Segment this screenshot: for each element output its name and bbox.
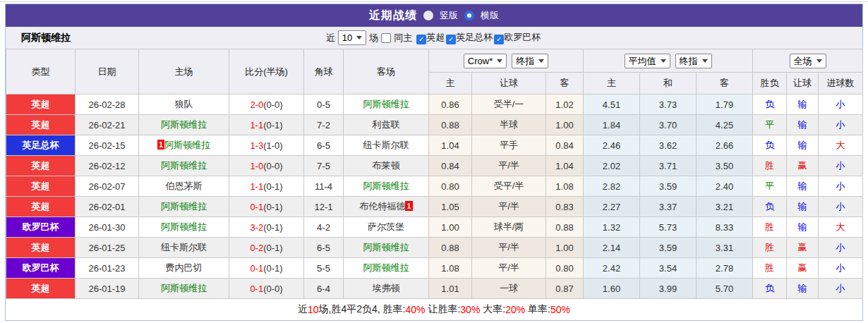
- league-badge: 欧罗巴杯: [6, 217, 76, 238]
- odds-select-group: Crow* 终指: [429, 49, 584, 73]
- match-count-select[interactable]: 10: [338, 30, 366, 45]
- same-home-label: 同主: [394, 32, 412, 44]
- rank-marker: 1: [157, 140, 164, 150]
- fulltime-score: 0-1: [250, 284, 263, 294]
- avg-away-cell: 1.79: [697, 95, 753, 115]
- fulltime-score: 1-1: [250, 120, 263, 130]
- summary-segment: 近: [298, 303, 308, 316]
- summary-footer: 近10场,胜4平2负4, 胜率:40% 让胜率:30% 大率:20% 单率:50…: [6, 299, 862, 320]
- table-row: 英超 26-01-25 纽卡斯尔联 0-2(0-1) 6-5 阿斯顿维拉 0.8…: [6, 238, 863, 258]
- odds-home-cell: 0.88: [429, 238, 472, 258]
- away-team-name: 阿斯顿维拉: [363, 262, 409, 273]
- scope-select[interactable]: 全场: [790, 54, 826, 68]
- vertical-layout-radio[interactable]: [423, 11, 433, 20]
- chevron-down-icon: [702, 59, 708, 63]
- score-cell: 1-3(1-0): [229, 135, 304, 156]
- home-team-name: 费内巴切: [166, 262, 203, 273]
- same-home-checkbox[interactable]: [381, 33, 391, 43]
- away-team-name: 埃弗顿: [373, 283, 400, 293]
- table-row: 欧罗巴杯 26-01-23 费内巴切 0-1(0-1) 5-5 阿斯顿维拉 1.…: [6, 258, 863, 279]
- summary-segment: 30%: [460, 304, 480, 315]
- halftime-score: (1-0): [263, 140, 282, 151]
- odds-home-cell: 0.84: [429, 156, 472, 176]
- col-header-type: 类型: [6, 49, 76, 95]
- league-filter-checkbox[interactable]: ✓: [494, 35, 504, 44]
- score-cell: 1-1(0-1): [229, 176, 304, 197]
- corner-cell: 4-2: [304, 217, 344, 238]
- date-cell: 26-01-25: [76, 238, 139, 258]
- avg-home-cell: 2.27: [584, 197, 640, 217]
- top-divider: [0, 1, 868, 2]
- odds-away-cell: 1.08: [546, 176, 584, 197]
- avg-home-cell: 1.60: [584, 279, 640, 299]
- home-team-cell: 阿斯顿维拉: [139, 156, 229, 176]
- goals-result-cell: 小: [819, 156, 863, 176]
- sub-header-avg-home: 主: [584, 73, 640, 95]
- sub-header-avg-away: 客: [697, 73, 753, 95]
- home-team-name: 阿斯顿维拉: [164, 140, 210, 150]
- summary-segment: 大率:: [480, 303, 505, 316]
- avg-home-cell: 1.84: [584, 115, 640, 135]
- away-team-cell: 阿斯顿维拉: [344, 258, 429, 279]
- home-team-name: 阿斯顿维拉: [161, 201, 207, 212]
- table-row: 英超 26-02-07 伯恩茅斯 1-1(0-1) 11-4 阿斯顿维拉 0.8…: [6, 176, 863, 197]
- sub-header-odds-away: 客: [546, 73, 584, 95]
- away-team-cell: 布伦特福德1: [344, 197, 429, 217]
- vertical-layout-label[interactable]: 竖版: [440, 9, 458, 22]
- home-team-cell: 阿斯顿维拉: [139, 279, 229, 299]
- away-team-name: 阿斯顿维拉: [363, 242, 409, 252]
- date-cell: 26-02-12: [76, 156, 139, 176]
- corner-cell: 6-5: [304, 135, 344, 156]
- halftime-score: (0-1): [263, 222, 282, 233]
- odds-away-cell: 1.00: [546, 238, 584, 258]
- league-filter-checkbox[interactable]: ✓: [416, 35, 426, 44]
- score-cell: 0-2(0-1): [229, 238, 304, 258]
- handicap-cell: 球半/两: [472, 217, 546, 238]
- home-team-cell: 阿斯顿维拉: [139, 197, 229, 217]
- date-cell: 26-02-28: [76, 95, 139, 115]
- avg-draw-cell: 3.59: [640, 238, 697, 258]
- league-filter-label: 英超: [426, 32, 445, 42]
- results-table: 类型 日期 主场 比分(半场) 角球 客场 Crow* 终指 平均值 终指: [6, 49, 863, 299]
- col-header-date: 日期: [76, 49, 139, 95]
- away-team-name: 纽卡斯尔联: [363, 140, 409, 150]
- league-badge: 英超: [6, 197, 76, 217]
- average-select-group: 平均值 终指: [584, 49, 753, 73]
- summary-segment: 50%: [550, 304, 570, 315]
- handicap-cell: 一球: [472, 279, 546, 299]
- handicap-result-cell: 输: [787, 135, 819, 156]
- result-cell: 胜: [753, 217, 787, 238]
- result-cell: 负: [753, 135, 787, 156]
- summary-segment: 40%: [406, 304, 426, 315]
- handicap-cell: 半球: [472, 115, 546, 135]
- horizontal-layout-radio[interactable]: [464, 11, 474, 20]
- table-row: 英超 26-02-01 阿斯顿维拉 0-1(0-1) 12-1 布伦特福德1 1…: [6, 197, 863, 217]
- recent-label: 近: [326, 32, 335, 44]
- home-team-cell: 1阿斯顿维拉: [139, 135, 229, 156]
- odds-type-select-2[interactable]: 终指: [675, 54, 712, 68]
- horizontal-layout-label[interactable]: 横版: [481, 9, 499, 22]
- goals-result-cell: 小: [819, 279, 863, 299]
- odds-home-cell: 0.80: [429, 176, 472, 197]
- average-select[interactable]: 平均值: [625, 54, 670, 68]
- avg-away-cell: 8.33: [697, 217, 753, 238]
- score-cell: 1-0(0-0): [229, 156, 304, 176]
- goals-result-cell: 大: [819, 217, 863, 238]
- odds-away-cell: 1.04: [546, 156, 584, 176]
- handicap-cell: 平/半: [472, 156, 546, 176]
- filter-controls: 近 10 场 同主 ✓英超✓英足总杯✓欧罗巴杯: [326, 30, 542, 45]
- avg-away-cell: 2.66: [697, 135, 753, 156]
- league-filter-checkbox[interactable]: ✓: [446, 35, 456, 44]
- league-badge: 英足总杯: [6, 135, 76, 156]
- league-badge: 欧罗巴杯: [6, 258, 76, 279]
- league-badge: 英超: [6, 279, 76, 299]
- odds-type-select-1[interactable]: 终指: [512, 54, 548, 68]
- corner-cell: 12-1: [304, 197, 344, 217]
- sub-header-avg-draw: 和: [640, 73, 697, 95]
- table-row: 英足总杯 26-02-15 1阿斯顿维拉 1-3(1-0) 6-5 纽卡斯尔联 …: [6, 135, 863, 156]
- date-cell: 26-02-01: [76, 197, 139, 217]
- odds-away-cell: 0.80: [546, 258, 584, 279]
- odds-home-cell: 0.88: [429, 115, 472, 135]
- avg-home-cell: 2.42: [584, 258, 640, 279]
- odds-company-select[interactable]: Crow*: [464, 54, 507, 68]
